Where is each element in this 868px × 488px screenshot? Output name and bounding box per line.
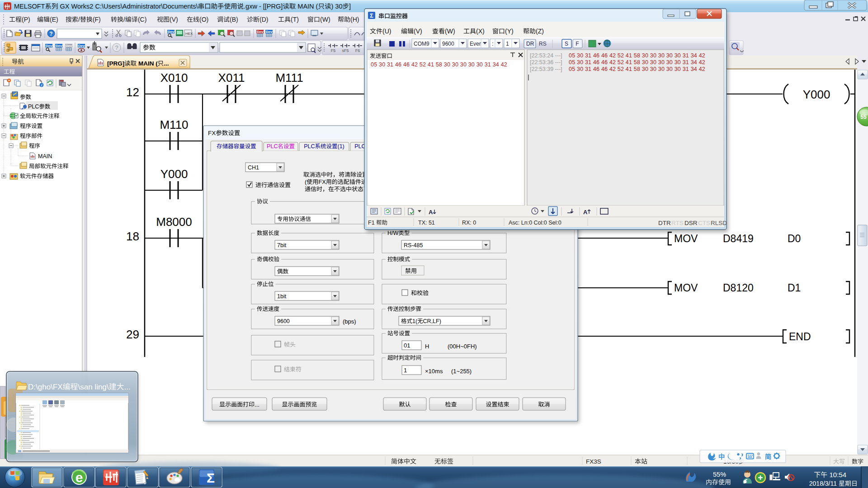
svg-text:M110: M110 <box>160 118 188 131</box>
svg-text:[22:53:39 ---]: [22:53:39 ---] <box>530 66 562 72</box>
svg-text:Dev: Dev <box>168 30 175 34</box>
svg-text:(W): (W) <box>445 28 455 35</box>
svg-text:RLSD: RLSD <box>711 220 727 226</box>
svg-text:RS: RS <box>539 41 547 47</box>
svg-text:Σ: Σ <box>207 470 215 485</box>
svg-text:...: ... <box>124 383 131 391</box>
svg-text:05 30 31 46 46 42 52 41 58 30: 05 30 31 46 46 42 52 41 58 30 30 30 30 3… <box>569 59 705 66</box>
svg-text:M8000: M8000 <box>156 215 192 229</box>
svg-text:F5: F5 <box>331 48 336 53</box>
svg-text:D:\gho\FX: D:\gho\FX <box>28 383 63 391</box>
svg-text:(H): (H) <box>350 16 359 23</box>
svg-text:CTS: CTS <box>698 220 710 226</box>
svg-text:(W): (W) <box>320 16 330 23</box>
svg-text:(O): (O) <box>199 16 208 23</box>
svg-text:M111: M111 <box>275 71 303 84</box>
svg-text:(1~255): (1~255) <box>451 368 472 375</box>
svg-text:\san ling\: \san ling\ <box>78 383 109 391</box>
svg-text:Dev: Dev <box>266 30 273 34</box>
svg-text:MAIN (: MAIN ( <box>137 60 158 67</box>
svg-text:X010: X010 <box>160 71 188 84</box>
svg-text:1: 1 <box>404 367 407 374</box>
svg-text:(00H~0FH): (00H~0FH) <box>448 343 477 350</box>
svg-text:PLC: PLC <box>304 143 315 150</box>
svg-text:A: A <box>429 209 433 216</box>
svg-text:(B): (B) <box>230 16 238 23</box>
svg-text:FX: FX <box>318 178 326 185</box>
svg-text:05 30 31 46 46 42 52 41 58 30: 05 30 31 46 46 42 52 41 58 30 30 30 30 3… <box>569 66 705 72</box>
svg-text:55: 55 <box>860 114 867 120</box>
svg-text:55%: 55% <box>713 471 726 478</box>
svg-text:(V): (V) <box>170 16 178 23</box>
svg-text:05 30 31 46 46 42 52 41 58 30: 05 30 31 46 46 42 52 41 58 30 30 30 30 3… <box>569 52 705 59</box>
svg-text:/: / <box>78 16 80 23</box>
svg-text:Asc: Ln:0 Col:0 Sel:0: Asc: Ln:0 Col:0 Sel:0 <box>509 220 561 226</box>
svg-text:A: A <box>583 209 588 216</box>
svg-text:COM9: COM9 <box>414 41 429 47</box>
svg-text:(bps): (bps) <box>343 318 356 325</box>
svg-text:[PRG]: [PRG] <box>107 60 124 67</box>
svg-text:F1: F1 <box>368 220 376 226</box>
svg-text:×10ms: ×10ms <box>425 368 443 375</box>
svg-text:2018/3/11: 2018/3/11 <box>809 480 839 487</box>
svg-text:Dev: Dev <box>257 30 264 34</box>
svg-text:D0: D0 <box>788 233 801 244</box>
svg-text:18: 18 <box>126 230 139 243</box>
svg-text:GX Works2 C:\Users\Administrat: GX Works2 C:\Users\Administrator\Documen… <box>58 3 198 10</box>
svg-text:29: 29 <box>126 328 139 341</box>
svg-text:(: ( <box>305 178 307 185</box>
svg-text:.gxw - [[PRG]: .gxw - [[PRG] <box>244 3 283 10</box>
svg-text:PLC: PLC <box>267 143 278 150</box>
svg-text:DR: DR <box>526 41 534 47</box>
svg-text:) 30: ) 30 <box>331 3 343 10</box>
svg-text:]: ] <box>349 3 351 10</box>
svg-text:1(: 1( <box>412 318 418 324</box>
svg-text:END: END <box>789 331 811 343</box>
svg-text:FX: FX <box>208 130 216 136</box>
svg-text:S: S <box>565 41 568 47</box>
svg-text:[22:53:24 ---]: [22:53:24 ---] <box>530 52 562 59</box>
svg-text:Dev: Dev <box>78 44 85 48</box>
svg-text:F6: F6 <box>355 48 360 53</box>
svg-text:(F): (F) <box>93 16 101 23</box>
svg-text:?: ? <box>49 31 52 37</box>
svg-text:(Z): (Z) <box>536 28 544 35</box>
svg-text:PLC: PLC <box>28 103 39 110</box>
svg-text:9600: 9600 <box>442 41 454 47</box>
svg-text::: : <box>492 41 493 47</box>
svg-text:...: ... <box>164 60 169 67</box>
svg-text:F: F <box>576 41 579 47</box>
svg-text:TX: 51: TX: 51 <box>418 220 435 226</box>
svg-text:7bit: 7bit <box>277 242 287 249</box>
svg-text:(E): (E) <box>50 16 58 23</box>
svg-text:(U): (U) <box>382 28 391 35</box>
svg-text:MOV: MOV <box>674 282 698 294</box>
svg-text:1: 1 <box>506 41 509 47</box>
svg-text:HEX: HEX <box>185 32 193 36</box>
svg-text:Y000: Y000 <box>160 167 188 181</box>
svg-text:RTS: RTS <box>671 220 684 226</box>
svg-text:(1): (1) <box>338 143 344 150</box>
svg-text:1bit: 1bit <box>277 293 287 300</box>
svg-text:Dev: Dev <box>46 44 52 48</box>
svg-text:Σ: Σ <box>370 12 373 19</box>
svg-text:FX3S: FX3S <box>586 458 601 465</box>
svg-text:(Y): (Y) <box>505 28 514 35</box>
svg-text:(P): (P) <box>22 16 30 23</box>
svg-text:DTR: DTR <box>658 220 671 226</box>
svg-text:MOV: MOV <box>674 233 698 244</box>
svg-text:9600: 9600 <box>277 318 290 324</box>
svg-text:CH1: CH1 <box>248 164 259 171</box>
svg-text:/: / <box>123 16 125 23</box>
svg-text:?: ? <box>115 44 118 51</box>
svg-text:01: 01 <box>404 342 410 349</box>
svg-text:sF5: sF5 <box>342 48 349 53</box>
svg-text:(D): (D) <box>259 16 268 23</box>
svg-text:H: H <box>425 343 429 350</box>
svg-text:D8419: D8419 <box>723 233 754 244</box>
svg-text:RS-485: RS-485 <box>404 242 423 249</box>
svg-text:MELSOFT: MELSOFT <box>14 3 45 10</box>
svg-text:Dev: Dev <box>56 44 62 48</box>
svg-text:Ever: Ever <box>470 41 481 47</box>
svg-text:D8120: D8120 <box>723 282 754 294</box>
